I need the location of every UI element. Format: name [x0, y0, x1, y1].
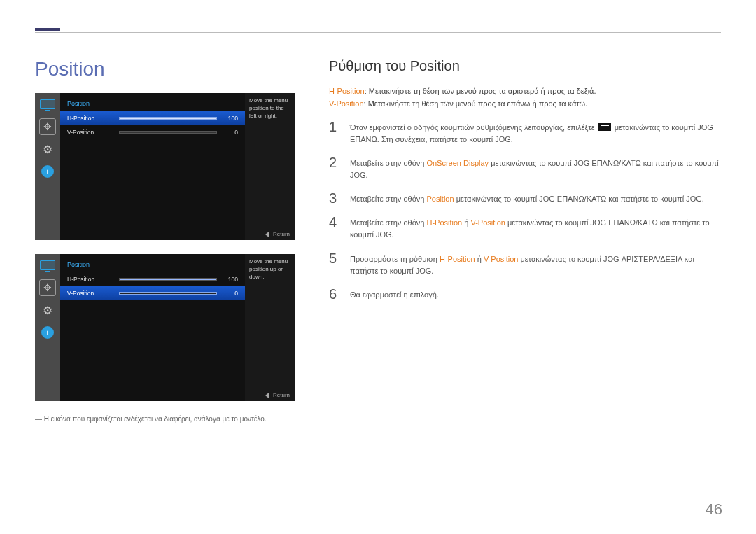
highlight: V-Position	[470, 218, 505, 227]
step-body: Όταν εμφανιστεί ο οδηγός κουμπιών ρυθμιζ…	[350, 120, 721, 146]
highlight: V-Position	[484, 255, 519, 263]
osd-row-value: 0	[221, 129, 238, 136]
osd-row-label: H-Position	[67, 115, 119, 122]
step-text: μετακινώντας το κουμπί JOG ΕΠΑΝΩ/ΚΑΤΩ κα…	[454, 195, 704, 203]
gear-icon	[39, 142, 56, 156]
highlight: H-Position	[426, 218, 462, 227]
step: 4Μεταβείτε στην οθόνη H-Position ή V-Pos…	[329, 215, 721, 241]
menu-icon	[598, 123, 611, 131]
osd-row-bar	[119, 117, 217, 120]
step-text: ή	[462, 218, 470, 227]
osd-row: V-Position0	[60, 125, 245, 139]
step-number: 4	[329, 215, 340, 241]
highlight: OnScreen Display	[426, 159, 489, 167]
osd-help-text: Move the menu position up or down.	[245, 254, 295, 401]
highlight: H-Position	[440, 255, 475, 263]
return-label: Return	[273, 392, 290, 398]
step-body: Θα εφαρμοστεί η επιλογή.	[350, 287, 439, 301]
osd-preview-vposition: i Position H-Position100V-Position0 Move…	[35, 254, 295, 401]
step-number: 3	[329, 191, 340, 205]
monitor-icon	[39, 258, 56, 272]
osd-sidebar: i	[35, 254, 60, 401]
info-icon: i	[39, 325, 56, 339]
step-text: ή	[475, 255, 484, 263]
osd-preview-hposition: i Position H-Position100V-Position0 Move…	[35, 93, 295, 240]
osd-row: H-Position100	[60, 111, 245, 125]
subsection-title: Ρύθμιση του Position	[329, 58, 721, 74]
osd-row-bar	[119, 292, 217, 295]
osd-title: Position	[60, 258, 245, 272]
step-number: 2	[329, 155, 340, 181]
image-footnote: ― Η εικόνα που εμφανίζεται ενδέχεται να …	[35, 415, 301, 423]
step-text: Όταν εμφανιστεί ο οδηγός κουμπιών ρυθμιζ…	[350, 123, 597, 132]
triangle-left-icon	[265, 232, 269, 237]
triangle-left-icon	[265, 393, 269, 398]
def-v-label: V-Position	[329, 99, 364, 108]
step-text: Μεταβείτε στην οθόνη	[350, 218, 426, 227]
def-h-label: H-Position	[329, 87, 365, 95]
step: 1Όταν εμφανιστεί ο οδηγός κουμπιών ρυθμι…	[329, 120, 721, 146]
step-number: 1	[329, 120, 340, 146]
definitions: H-Position: Μετακινήστε τη θέση των μενο…	[329, 85, 721, 110]
gear-icon	[39, 303, 56, 317]
return-label: Return	[273, 231, 290, 237]
osd-row-value: 0	[221, 290, 238, 297]
osd-row-value: 100	[221, 115, 238, 122]
step-text: Θα εφαρμοστεί η επιλογή.	[350, 290, 439, 299]
osd-sidebar: i	[35, 93, 60, 240]
step-number: 5	[329, 251, 340, 277]
info-icon: i	[39, 164, 56, 178]
step-body: Μεταβείτε στην οθόνη H-Position ή V-Posi…	[350, 215, 721, 241]
monitor-icon	[39, 97, 56, 111]
osd-row-label: V-Position	[67, 290, 119, 297]
osd-row-value: 100	[221, 276, 238, 283]
step-text: Προσαρμόστε τη ρύθμιση	[350, 255, 440, 263]
osd-title: Position	[60, 97, 245, 111]
step-number: 6	[329, 287, 340, 301]
osd-row-label: H-Position	[67, 276, 119, 283]
osd-return: Return	[265, 392, 290, 398]
def-h-text: : Μετακινήστε τη θέση των μενού προς τα …	[365, 87, 596, 95]
step: 6Θα εφαρμοστεί η επιλογή.	[329, 287, 721, 301]
def-v-text: : Μετακινήστε τη θέση των μενού προς τα …	[364, 99, 588, 108]
step: 5Προσαρμόστε τη ρύθμιση H-Position ή V-P…	[329, 251, 721, 277]
step-body: Μεταβείτε στην οθόνη Position μετακινώντ…	[350, 191, 704, 205]
osd-return: Return	[265, 231, 290, 237]
steps-list: 1Όταν εμφανιστεί ο οδηγός κουμπιών ρυθμι…	[329, 120, 721, 300]
section-title: Position	[35, 58, 301, 80]
osd-row-bar	[119, 278, 217, 281]
osd-row: V-Position0	[60, 286, 245, 300]
step-body: Μεταβείτε στην οθόνη OnScreen Display με…	[350, 155, 721, 181]
arrows-icon	[39, 120, 56, 134]
osd-help-text: Move the menu position to the left or ri…	[245, 93, 295, 240]
arrows-icon	[39, 281, 56, 295]
page-number: 46	[706, 500, 722, 519]
step-text: Μεταβείτε στην οθόνη	[350, 195, 426, 203]
osd-row-label: V-Position	[67, 129, 119, 136]
osd-row-bar	[119, 131, 217, 134]
step: 2Μεταβείτε στην οθόνη OnScreen Display μ…	[329, 155, 721, 181]
step-body: Προσαρμόστε τη ρύθμιση H-Position ή V-Po…	[350, 251, 721, 277]
step-text: Μεταβείτε στην οθόνη	[350, 159, 426, 167]
osd-row: H-Position100	[60, 272, 245, 286]
step: 3Μεταβείτε στην οθόνη Position μετακινών…	[329, 191, 721, 205]
highlight: Position	[426, 195, 454, 203]
